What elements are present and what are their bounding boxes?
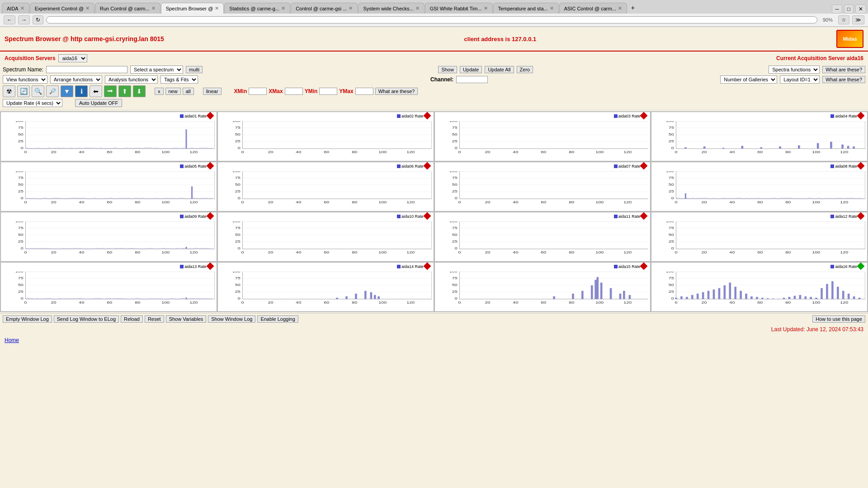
chart-cell-aida11[interactable]: aida11 Rate1007550250020406080100120	[434, 212, 651, 262]
chart-cell-aida09[interactable]: aida09 Rate1007550250020406080100120	[0, 212, 217, 262]
ymin-input[interactable]: 0	[319, 88, 337, 95]
chart-cell-aida06[interactable]: aida06 Rate1007550250020406080100120	[217, 162, 434, 211]
svg-rect-196	[459, 221, 648, 249]
chart-cell-aida02[interactable]: aida02 Rate1007550250020406080100120	[217, 112, 434, 161]
chart-cell-aida01[interactable]: aida01 Rate1007550250020406080100120	[0, 112, 217, 161]
update-rate-select[interactable]: Update Rate (4 secs)	[3, 99, 62, 107]
svg-text:120: 120	[840, 201, 848, 204]
chart-svg-aida16: 1007550250020406080100120	[655, 272, 865, 305]
chart-cell-aida05[interactable]: aida05 Rate1007550250020406080100120	[0, 162, 217, 211]
update-button[interactable]: Update	[460, 66, 482, 73]
show-variables-button[interactable]: Show Variables	[166, 315, 207, 323]
reset-button[interactable]: Reset	[145, 315, 164, 323]
select-spectrum-dropdown[interactable]: Select a spectrum	[130, 66, 183, 74]
tab-white-rabbit[interactable]: GSI White Rabbit Tim...✕	[425, 3, 493, 14]
reload-button[interactable]: Reload	[121, 315, 143, 323]
show-log-button[interactable]: Show Window Log	[208, 315, 255, 323]
chart-cell-aida10[interactable]: aida10 Rate1007550250020406080100120	[217, 212, 434, 262]
tab-close[interactable]: ✕	[215, 5, 219, 11]
chart-cell-aida16[interactable]: aida16 Rate1007550250020406080100120	[651, 262, 868, 312]
bookmark-button[interactable]: ☆	[838, 15, 849, 24]
forward-button[interactable]: →	[18, 15, 30, 24]
send-log-button[interactable]: Send Log Window to ELog	[54, 315, 119, 323]
tab-close[interactable]: ✕	[85, 5, 90, 11]
next-icon-btn[interactable]: ⮕	[104, 85, 117, 97]
zoom-in-icon-btn[interactable]: 🔍	[32, 85, 44, 97]
spectrum-name-input[interactable]: Rate	[46, 66, 127, 73]
xmin-input[interactable]: 0	[249, 88, 267, 95]
chart-svg-aida15: 1007550250020406080100120	[439, 272, 649, 305]
what-are-these-1-button[interactable]: What are these?	[822, 66, 865, 73]
tags-fits-dropdown[interactable]: Tags & Fits	[160, 75, 198, 84]
analysis-functions-dropdown[interactable]: Analysis functions	[105, 75, 158, 84]
down-icon-btn[interactable]: ⬇	[133, 85, 146, 97]
what-are-these-2-button[interactable]: What are these?	[822, 76, 865, 83]
arrange-functions-dropdown[interactable]: Arrange functions	[50, 75, 102, 84]
spectra-functions-dropdown[interactable]: Spectra functions	[769, 66, 820, 74]
url-bar[interactable]: localhost:8015/Spectrum/Spectrum.tml	[46, 16, 817, 23]
select-icon-btn[interactable]: ▼	[61, 85, 73, 97]
tab-control[interactable]: Control @ carme-gsi ...✕	[291, 3, 358, 14]
linear-button[interactable]: linear	[203, 88, 222, 95]
tab-close[interactable]: ✕	[349, 5, 353, 11]
what-are-these-3-button[interactable]: What are these?	[375, 88, 418, 95]
prev-icon-btn[interactable]: ⬅	[90, 85, 102, 97]
info-icon-btn[interactable]: ℹ	[75, 85, 88, 97]
refresh-icon-btn[interactable]: 🔄	[17, 85, 30, 97]
zero-button[interactable]: Zero	[517, 66, 533, 73]
minimize-button[interactable]: ─	[832, 5, 842, 14]
xmax-input[interactable]: 128	[285, 88, 303, 95]
update-all-button[interactable]: Update All	[485, 66, 514, 73]
chart-cell-aida13[interactable]: aida13 Rate1007550250020406080100120	[0, 262, 217, 312]
tab-close[interactable]: ✕	[415, 5, 420, 11]
back-button[interactable]: ←	[4, 15, 15, 24]
acquisition-server-select[interactable]: aida16	[58, 54, 87, 62]
layout-id-dropdown[interactable]: Layout ID=1	[780, 75, 820, 84]
new-tab-button[interactable]: +	[627, 2, 638, 14]
reload-button[interactable]: ↻	[33, 15, 43, 24]
tab-run-control[interactable]: Run Control @ carm...✕	[95, 3, 160, 14]
channel-input[interactable]	[456, 76, 488, 83]
all-button[interactable]: all	[183, 88, 194, 95]
tab-spectrum-browser[interactable]: Spectrum Browser @✕	[161, 3, 224, 14]
view-functions-dropdown[interactable]: View functions	[3, 75, 47, 84]
x-button[interactable]: x	[155, 88, 164, 95]
chart-cell-aida14[interactable]: aida14 Rate1007550250020406080100120	[217, 262, 434, 312]
tab-aida[interactable]: AIDA✕	[2, 3, 29, 14]
tab-close[interactable]: ✕	[151, 5, 156, 11]
chart-cell-aida15[interactable]: aida15 Rate1007550250020406080100120	[434, 262, 651, 312]
up-icon-btn[interactable]: ⬆	[118, 85, 131, 97]
tab-statistics[interactable]: Statistics @ carme-g...✕	[224, 3, 290, 14]
chart-cell-aida07[interactable]: aida07 Rate1007550250020406080100120	[434, 162, 651, 211]
tab-close[interactable]: ✕	[618, 5, 622, 11]
num-galleries-dropdown[interactable]: Number of Galleries	[720, 75, 777, 84]
tab-close[interactable]: ✕	[484, 5, 488, 11]
extensions-button[interactable]: ≫	[852, 15, 864, 24]
chart-cell-aida08[interactable]: aida08 Rate1007550250020406080100120	[651, 162, 868, 211]
tab-system-checks[interactable]: System wide Checks...✕	[358, 3, 424, 14]
tab-close[interactable]: ✕	[550, 5, 554, 11]
empty-log-button[interactable]: Empty Window Log	[3, 315, 52, 323]
maximize-button[interactable]: □	[844, 5, 854, 14]
radiation-icon-btn[interactable]: ☢	[3, 85, 15, 97]
show-button[interactable]: Show	[438, 66, 457, 73]
tab-temperature[interactable]: Temperature and sta...✕	[493, 3, 559, 14]
new-button[interactable]: new	[165, 88, 181, 95]
enable-logging-button[interactable]: Enable Logging	[257, 315, 298, 323]
tab-experiment[interactable]: Experiment Control @✕	[30, 3, 94, 14]
ymax-input[interactable]: 100	[355, 88, 373, 95]
zoom-out-icon-btn[interactable]: 🔎	[46, 85, 59, 97]
chart-cell-aida12[interactable]: aida12 Rate1007550250020406080100120	[651, 212, 868, 262]
how-to-use-button[interactable]: How to use this page	[812, 315, 865, 323]
tab-asic-control[interactable]: ASIC Control @ carm...✕	[559, 3, 627, 14]
svg-text:100: 100	[812, 301, 821, 304]
tab-close[interactable]: ✕	[20, 5, 24, 11]
chart-cell-aida03[interactable]: aida03 Rate1007550250020406080100120	[434, 112, 651, 161]
chart-cell-aida04[interactable]: aida04 Rate1007550250020406080100120	[651, 112, 868, 161]
close-browser-button[interactable]: ✕	[855, 5, 866, 14]
svg-text:40: 40	[513, 301, 518, 304]
home-link[interactable]: Home	[5, 337, 19, 343]
tab-close[interactable]: ✕	[281, 5, 285, 11]
auto-update-button[interactable]: Auto Update OFF	[75, 99, 122, 107]
multi-button[interactable]: multi	[186, 66, 203, 73]
